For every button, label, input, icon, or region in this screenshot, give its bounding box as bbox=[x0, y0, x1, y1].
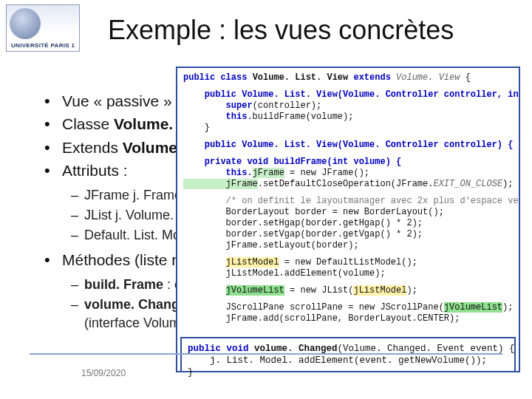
code-inset: public void volume. Changed(Volume. Chan… bbox=[180, 337, 516, 372]
slide-title: Exemple : les vues concrètes bbox=[108, 15, 454, 46]
logo-text: UNIVERSITÉ PARIS 1 bbox=[11, 42, 75, 49]
footer-date: 15/09/2020 bbox=[81, 368, 126, 378]
logo-emblem bbox=[10, 8, 41, 39]
footer-rule bbox=[30, 353, 502, 355]
code-panel: public class Volume. List. View extends … bbox=[176, 66, 520, 372]
university-logo: UNIVERSITÉ PARIS 1 bbox=[6, 4, 80, 52]
